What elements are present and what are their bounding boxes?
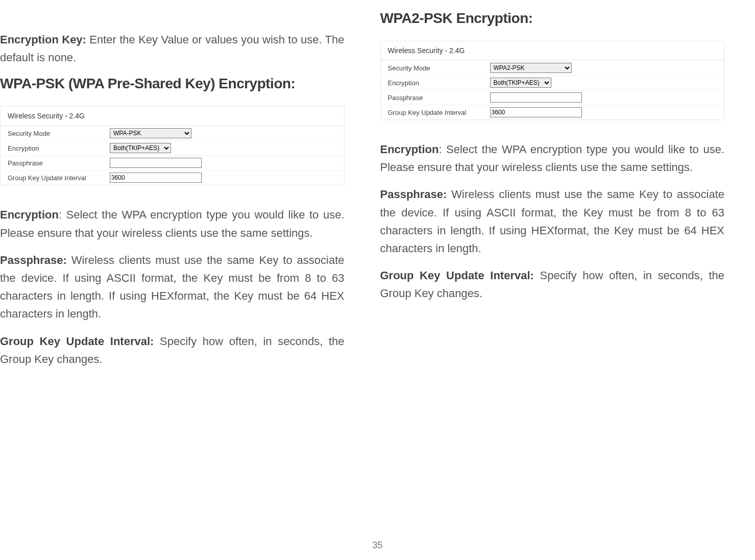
control-group-key: [110, 173, 337, 183]
wpa-psk-heading: WPA-PSK (WPA Pre-Shared Key) Encryption:: [0, 76, 345, 92]
left-encryption-bold: Encryption: [0, 208, 59, 221]
row-group-key: Group Key Update Interval: [1, 170, 344, 185]
page-columns: Encryption Key: Enter the Key Value or v…: [0, 10, 724, 377]
passphrase-input[interactable]: [490, 92, 582, 103]
left-group-bold: Group Key Update Interval:: [0, 335, 154, 348]
left-passphrase-bold: Passphrase:: [0, 254, 67, 266]
control-group-key: [490, 107, 717, 117]
security-mode-select[interactable]: WPA2-PSK: [490, 63, 572, 73]
encryption-key-label: Encryption Key:: [0, 33, 86, 46]
control-security-mode: WPA2-PSK: [490, 63, 717, 73]
label-group-key: Group Key Update Interval: [388, 109, 490, 116]
panel-title: Wireless Security - 2.4G: [381, 41, 724, 60]
panel-title: Wireless Security - 2.4G: [1, 107, 344, 126]
row-passphrase: Passphrase: [1, 155, 344, 170]
right-encryption-paragraph: Encryption: Select the WPA encryption ty…: [380, 140, 725, 176]
right-group-paragraph: Group Key Update Interval: Specify how o…: [380, 266, 725, 302]
encryption-select[interactable]: Both(TKIP+AES): [110, 143, 171, 153]
control-security-mode: WPA-PSK: [110, 128, 337, 138]
row-security-mode: Security Mode WPA-PSK: [1, 126, 344, 140]
right-passphrase-paragraph: Passphrase: Wireless clients must use th…: [380, 185, 725, 257]
wpa2-psk-heading: WPA2-PSK Encryption:: [380, 10, 725, 27]
security-mode-select[interactable]: WPA-PSK: [110, 128, 191, 138]
left-group-paragraph: Group Key Update Interval: Specify how o…: [0, 332, 345, 368]
label-encryption: Encryption: [388, 79, 490, 87]
left-column: Encryption Key: Enter the Key Value or v…: [0, 10, 345, 377]
row-encryption: Encryption Both(TKIP+AES): [381, 75, 724, 90]
row-encryption: Encryption Both(TKIP+AES): [1, 140, 344, 155]
row-passphrase: Passphrase: [381, 90, 724, 105]
label-encryption: Encryption: [8, 144, 110, 152]
label-passphrase: Passphrase: [388, 94, 490, 102]
group-key-input[interactable]: [110, 173, 202, 183]
group-key-input[interactable]: [490, 107, 582, 117]
label-security-mode: Security Mode: [388, 64, 490, 72]
page-number: 35: [0, 540, 755, 551]
right-passphrase-bold: Passphrase:: [380, 188, 447, 201]
control-encryption: Both(TKIP+AES): [490, 78, 717, 88]
right-group-bold: Group Key Update Interval:: [380, 269, 534, 282]
control-passphrase: [490, 92, 717, 103]
left-encryption-paragraph: Encryption: Select the WPA encryption ty…: [0, 206, 345, 241]
row-security-mode: Security Mode WPA2-PSK: [381, 60, 724, 75]
wpa-psk-panel: Wireless Security - 2.4G Security Mode W…: [0, 106, 345, 185]
control-passphrase: [110, 158, 337, 168]
right-encryption-bold: Encryption: [380, 143, 439, 156]
left-passphrase-paragraph: Passphrase: Wireless clients must use th…: [0, 251, 345, 323]
encryption-key-paragraph: Encryption Key: Enter the Key Value or v…: [0, 31, 345, 66]
row-group-key: Group Key Update Interval: [381, 105, 724, 119]
label-security-mode: Security Mode: [8, 130, 110, 137]
wpa2-psk-panel: Wireless Security - 2.4G Security Mode W…: [380, 41, 725, 120]
passphrase-input[interactable]: [110, 158, 202, 168]
right-column: WPA2-PSK Encryption: Wireless Security -…: [380, 10, 725, 377]
encryption-select[interactable]: Both(TKIP+AES): [490, 78, 551, 88]
label-group-key: Group Key Update Interval: [8, 174, 110, 182]
control-encryption: Both(TKIP+AES): [110, 143, 337, 153]
label-passphrase: Passphrase: [8, 159, 110, 167]
